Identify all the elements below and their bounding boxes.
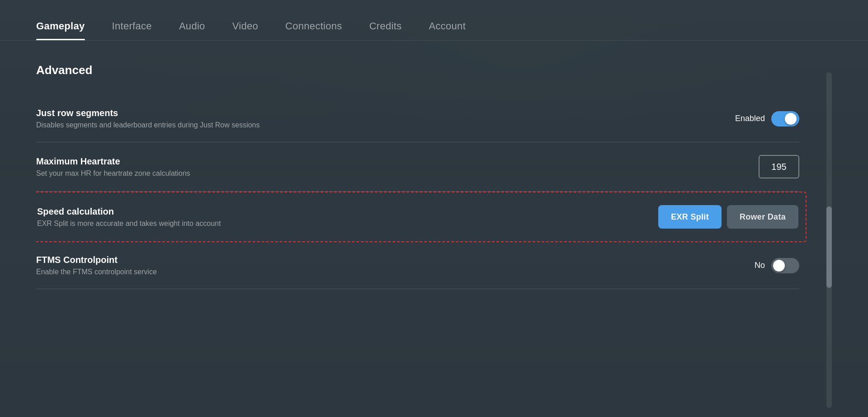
setting-desc-just-row-segments: Disables segments and leaderboard entrie…: [36, 121, 717, 129]
scrollbar-track[interactable]: [826, 72, 832, 408]
setting-info-max-heartrate: Maximum Heartrate Set your max HR for he…: [36, 156, 741, 178]
heartrate-input[interactable]: [759, 155, 799, 178]
tab-credits[interactable]: Credits: [369, 20, 402, 40]
toggle-label-ftms-controlpoint: No: [755, 261, 765, 270]
setting-just-row-segments: Just row segments Disables segments and …: [36, 95, 799, 142]
control-just-row-segments: Enabled: [735, 111, 799, 127]
setting-desc-speed-calculation: EXR Split is more accurate and takes wei…: [37, 220, 640, 228]
setting-desc-max-heartrate: Set your max HR for heartrate zone calcu…: [36, 169, 741, 178]
settings-list: Advanced Just row segments Disables segm…: [36, 63, 817, 417]
control-max-heartrate: [759, 155, 799, 178]
control-ftms-controlpoint: No: [755, 258, 799, 273]
tab-video[interactable]: Video: [232, 20, 258, 40]
setting-label-just-row-segments: Just row segments: [36, 108, 717, 118]
tab-interface[interactable]: Interface: [112, 20, 152, 40]
setting-label-ftms-controlpoint: FTMS Controlpoint: [36, 255, 736, 265]
toggle-label-just-row-segments: Enabled: [735, 114, 765, 123]
speed-calculation-btn-group: EXR Split Rower Data: [658, 205, 798, 229]
setting-info-ftms-controlpoint: FTMS Controlpoint Enable the FTMS contro…: [36, 255, 736, 276]
setting-max-heartrate: Maximum Heartrate Set your max HR for he…: [36, 142, 799, 192]
toggle-wrapper-ftms-controlpoint: No: [755, 258, 799, 273]
setting-speed-calculation: Speed calculation EXR Split is more accu…: [36, 192, 807, 242]
scrollbar-thumb[interactable]: [826, 206, 832, 288]
tab-connections[interactable]: Connections: [285, 20, 342, 40]
section-title: Advanced: [36, 63, 799, 77]
main-panel: Gameplay Interface Audio Video Connectio…: [0, 0, 868, 417]
setting-label-max-heartrate: Maximum Heartrate: [36, 156, 741, 167]
setting-info-just-row-segments: Just row segments Disables segments and …: [36, 108, 717, 129]
navigation: Gameplay Interface Audio Video Connectio…: [0, 0, 868, 41]
setting-ftms-controlpoint: FTMS Controlpoint Enable the FTMS contro…: [36, 242, 799, 289]
tab-audio[interactable]: Audio: [179, 20, 205, 40]
tab-account[interactable]: Account: [429, 20, 466, 40]
toggle-ftms-controlpoint[interactable]: [771, 258, 799, 273]
rower-data-button[interactable]: Rower Data: [727, 205, 798, 229]
setting-label-speed-calculation: Speed calculation: [37, 206, 640, 217]
toggle-just-row-segments[interactable]: [771, 111, 799, 127]
toggle-wrapper-just-row-segments: Enabled: [735, 111, 799, 127]
control-speed-calculation: EXR Split Rower Data: [658, 205, 798, 229]
setting-info-speed-calculation: Speed calculation EXR Split is more accu…: [37, 206, 640, 228]
tab-gameplay[interactable]: Gameplay: [36, 20, 85, 40]
exr-split-button[interactable]: EXR Split: [658, 205, 722, 229]
setting-desc-ftms-controlpoint: Enable the FTMS controlpoint service: [36, 268, 736, 276]
content-area: Advanced Just row segments Disables segm…: [0, 41, 868, 417]
